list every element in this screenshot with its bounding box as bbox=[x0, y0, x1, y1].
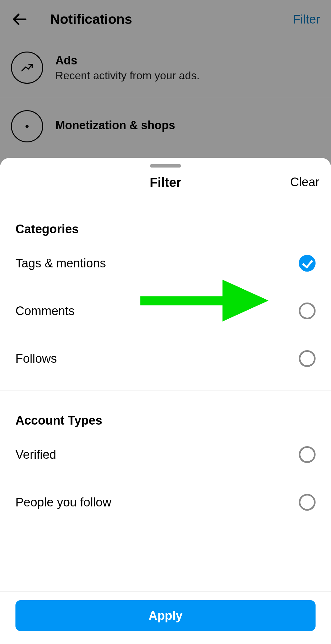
filter-section-categories: Categories Tags & mentions Comments Foll… bbox=[0, 199, 331, 382]
radio-unchecked-icon[interactable] bbox=[299, 494, 316, 511]
radio-checked-icon[interactable] bbox=[299, 255, 316, 272]
radio-unchecked-icon[interactable] bbox=[299, 303, 316, 319]
sheet-drag-handle[interactable] bbox=[150, 164, 181, 168]
filter-option-verified[interactable]: Verified bbox=[15, 431, 316, 478]
option-label: People you follow bbox=[15, 495, 111, 509]
radio-unchecked-icon[interactable] bbox=[299, 446, 316, 463]
clear-button[interactable]: Clear bbox=[290, 175, 319, 189]
radio-unchecked-icon[interactable] bbox=[299, 350, 316, 367]
filter-option-follows[interactable]: Follows bbox=[15, 335, 316, 382]
sheet-header: Filter Clear bbox=[0, 172, 331, 199]
apply-bar: Apply bbox=[0, 591, 331, 644]
sheet-title: Filter bbox=[150, 175, 181, 189]
filter-sheet: Filter Clear Categories Tags & mentions … bbox=[0, 158, 331, 644]
option-label: Verified bbox=[15, 448, 56, 462]
section-header: Categories bbox=[15, 199, 316, 239]
filter-option-comments[interactable]: Comments bbox=[15, 287, 316, 335]
apply-button[interactable]: Apply bbox=[15, 600, 316, 631]
section-header: Account Types bbox=[15, 390, 316, 431]
filter-option-tags-mentions[interactable]: Tags & mentions bbox=[15, 239, 316, 287]
option-label: Comments bbox=[15, 304, 75, 318]
option-label: Tags & mentions bbox=[15, 256, 106, 270]
option-label: Follows bbox=[15, 352, 57, 366]
filter-option-people-you-follow[interactable]: People you follow bbox=[15, 478, 316, 526]
filter-section-account-types: Account Types Verified People you follow bbox=[0, 390, 331, 526]
sheet-body: Categories Tags & mentions Comments Foll… bbox=[0, 199, 331, 591]
